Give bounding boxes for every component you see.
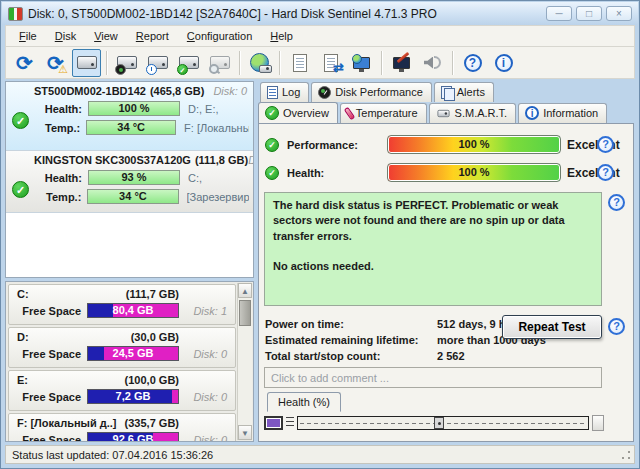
health-chart-strip (264, 412, 604, 434)
toolbar-button-network-disk[interactable] (245, 49, 274, 77)
info-icon: i (495, 54, 513, 72)
status-action-paragraph: No actions needed. (273, 259, 593, 274)
toolbar-button-disk-ok[interactable]: ✓ (174, 49, 203, 77)
free-space-label: Free Space (13, 305, 87, 317)
tab-label: S.M.A.R.T. (455, 107, 508, 119)
partition-row-d[interactable]: D: (30,0 GB) Free Space 24,5 GB Disk: 0 (8, 327, 236, 368)
information-icon: i (525, 106, 539, 120)
log-icon (267, 86, 278, 99)
toolbar-button-info[interactable]: i (489, 49, 518, 77)
health-chart-tab[interactable]: Health (%) (267, 392, 341, 412)
toolbar-button-hard-disk[interactable] (72, 49, 101, 77)
repeat-test-button[interactable]: Repeat Test (502, 315, 602, 339)
power-on-label: Power on time: (265, 318, 437, 330)
health-bar: 100 % (88, 101, 180, 116)
tab-smart[interactable]: S.M.A.R.T. (429, 103, 517, 123)
toolbar-button-report[interactable] (285, 49, 314, 77)
gauge-icon (115, 64, 126, 75)
maximize-button[interactable]: □ (576, 6, 602, 21)
slider-thumb-icon[interactable] (434, 417, 444, 429)
toolbar-button-refresh-warning[interactable]: ⟳⚠ (41, 49, 70, 77)
help-icon[interactable]: ? (608, 318, 625, 335)
performance-bar: 100 % (387, 135, 561, 154)
partition-letter: E: (13, 374, 28, 386)
toolbar-separator (239, 51, 240, 75)
health-label: Health: (287, 167, 387, 179)
partition-letter: D: (13, 331, 29, 343)
scrollbar-thumb[interactable] (239, 300, 251, 326)
health-row: ✓ Health: 100 % Excellent (265, 163, 620, 182)
gauge-icon (318, 86, 331, 99)
clock-icon (146, 64, 157, 75)
toolbar-button-remote-monitor[interactable] (347, 49, 376, 77)
disk-card-kingston[interactable]: KINGSTON SKC300S37A120G (111,8 GB) D ✓ H… (6, 151, 253, 213)
tab-overview[interactable]: ✓Overview (258, 102, 338, 123)
menu-file[interactable]: File (10, 27, 46, 45)
resize-grip[interactable] (620, 449, 632, 461)
comment-input[interactable] (264, 367, 602, 388)
partition-row-e[interactable]: E: (100,0 GB) Free Space 7,2 GB Disk: 0 (8, 370, 236, 411)
disk-volumes: D:, E:, (188, 103, 219, 115)
health-ok-icon: ✓ (265, 166, 279, 180)
status-bar: Status last updated: 07.04.2016 15:36:26 (5, 445, 635, 464)
toolbar-button-disk-performance[interactable] (112, 49, 141, 77)
toolbar-button-refresh[interactable]: ⟳ (10, 49, 39, 77)
start-stop-row: Total start/stop count: 2 562 (265, 350, 605, 362)
partition-scrollbar[interactable]: ▲ ▼ (237, 283, 252, 440)
free-space-value: 92,6 GB (88, 433, 178, 442)
free-space-bar: 92,6 GB (87, 432, 179, 442)
toolbar-button-sound[interactable] (418, 49, 447, 77)
time-range-slider[interactable] (297, 416, 589, 430)
chart-legend-icon[interactable] (264, 416, 283, 430)
secondary-tabs: Log Disk Performance Alerts (258, 81, 634, 102)
toolbar-button-disk-schedule[interactable] (143, 49, 172, 77)
tab-log[interactable]: Log (260, 82, 309, 102)
partition-row-c[interactable]: C: (111,7 GB) Free Space 80,4 GB Disk: 1 (8, 284, 236, 325)
temp-bar: 34 °C (87, 189, 178, 204)
minimize-button[interactable]: ─ (546, 6, 572, 21)
partition-disk: Disk: 0 (193, 434, 227, 443)
menu-help[interactable]: Help (261, 27, 302, 45)
health-bar: 100 % (387, 163, 561, 182)
tab-information[interactable]: iInformation (518, 103, 607, 123)
menu-bar: File Disk View Report Configuration Help (5, 25, 635, 46)
disk-card-st500[interactable]: ST500DM002-1BD142 (465,8 GB) Disk: 0 ✓ H… (6, 82, 253, 151)
check-icon: ✓ (177, 64, 188, 75)
menu-view[interactable]: View (85, 27, 127, 45)
left-panel: ST500DM002-1BD142 (465,8 GB) Disk: 0 ✓ H… (5, 81, 254, 442)
tab-label: Overview (283, 107, 329, 119)
toolbar-button-sync[interactable]: ⇄ (316, 49, 345, 77)
scroll-down-icon[interactable]: ▼ (238, 425, 252, 440)
toolbar-button-disk-search[interactable] (205, 49, 234, 77)
right-panel: Log Disk Performance Alerts ✓Overview Te… (258, 81, 634, 442)
partition-row-f[interactable]: F: [Локальный д..] (335,7 GB) Free Space… (8, 413, 236, 442)
toolbar-button-help[interactable]: ? (458, 49, 487, 77)
disk-number: Disk: 0 (213, 85, 249, 97)
menu-disk[interactable]: Disk (46, 27, 85, 45)
tab-disk-performance[interactable]: Disk Performance (311, 82, 431, 102)
tab-temperature[interactable]: Temperature (340, 103, 427, 123)
tab-label: Log (282, 86, 300, 98)
performance-ok-icon: ✓ (265, 138, 279, 152)
overview-pane: ✓ Performance: 100 % Excellent ? ✓ Healt… (258, 123, 634, 442)
disk-volumes: C:, (188, 172, 202, 184)
health-bar: 93 % (88, 170, 180, 185)
window-title: Disk: 0, ST500DM002-1BD142 [S2A7640C] - … (28, 7, 437, 21)
toolbar-button-desktop-edit[interactable] (387, 49, 416, 77)
free-space-bar: 24,5 GB (87, 346, 179, 361)
magnifier-icon (208, 64, 219, 75)
app-window: Disk: 0, ST500DM002-1BD142 [S2A7640C] - … (0, 0, 640, 469)
close-button[interactable]: × (606, 6, 632, 21)
menu-report[interactable]: Report (127, 27, 178, 45)
scroll-up-icon[interactable]: ▲ (238, 283, 252, 298)
tab-alerts[interactable]: Alerts (434, 82, 494, 102)
menu-configuration[interactable]: Configuration (178, 27, 261, 45)
help-icon[interactable]: ? (608, 194, 625, 211)
slider-end-button[interactable] (592, 415, 604, 431)
toolbar-separator (106, 51, 107, 75)
help-icon[interactable]: ? (597, 164, 614, 181)
refresh-icon: ⟳ (16, 53, 33, 73)
disk-volumes: F: [Локальны (184, 122, 249, 134)
help-icon[interactable]: ? (597, 136, 614, 153)
disk-status-ok-icon: ✓ (12, 181, 29, 198)
